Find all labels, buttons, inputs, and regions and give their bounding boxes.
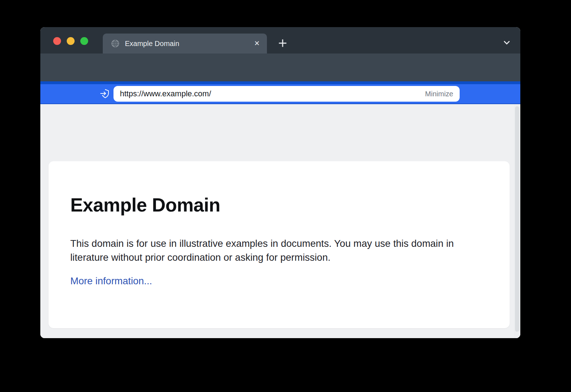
plus-icon [276,37,289,50]
tab-title: Example Domain [125,34,179,54]
window-minimize-button[interactable] [67,37,75,45]
more-information-link[interactable]: More information... [70,275,152,287]
close-icon[interactable]: ✕ [253,39,261,48]
browser-window: Example Domain ✕ [40,27,520,338]
chevron-down-icon [501,37,512,48]
minimize-button[interactable]: Minimize [421,86,458,102]
isolation-url-bar: https://www.example.com/ Minimize [40,81,520,104]
window-zoom-button[interactable] [80,37,88,45]
shield-arrow-icon [99,88,111,100]
tab-search-button[interactable] [501,37,512,48]
page-paragraph: This domain is for use in illustrative e… [70,237,484,264]
example-domain-card: Example Domain This domain is for use in… [49,161,510,328]
browser-toolbar: browser-beta.cloudflareaccess.com/... C … [40,54,520,81]
globe-favicon-icon [111,39,120,48]
page-title: Example Domain [70,194,220,216]
tab-example-domain[interactable]: Example Domain ✕ [103,34,267,54]
isolation-url-value: https://www.example.com/ [120,86,211,102]
isolation-url-input[interactable]: https://www.example.com/ Minimize [113,86,460,102]
new-tab-button[interactable] [276,37,289,50]
page-viewport: Example Domain This domain is for use in… [40,104,520,338]
scrollbar-thumb[interactable] [515,106,519,332]
tab-strip: Example Domain ✕ [40,27,520,54]
page-scrollbar[interactable] [514,104,520,338]
window-close-button[interactable] [53,37,61,45]
